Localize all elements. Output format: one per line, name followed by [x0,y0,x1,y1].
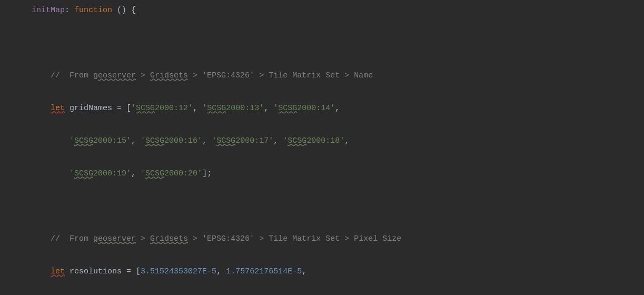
keyword-function: function [74,6,112,15]
code-editor[interactable]: initMap: function () { // From geoserver… [0,0,644,295]
code-line[interactable]: initMap: function () { [0,2,644,18]
comment: // From geoserver > Gridsets > 'EPSG:432… [51,234,401,243]
code-line[interactable] [0,198,644,214]
keyword-let: let [51,104,65,113]
identifier: gridNames [70,104,112,113]
keyword-let: let [51,267,65,276]
code-line[interactable]: let resolutions = [3.51524353027E-5, 1.7… [0,263,644,280]
code-line[interactable]: let gridNames = ['SCSG2000:12', 'SCSG200… [0,100,644,116]
identifier: resolutions [70,267,122,276]
method-name: initMap [32,6,65,15]
comment: // From geoserver > Gridsets > 'EPSG:432… [51,71,373,80]
code-line[interactable] [0,35,644,51]
code-line[interactable]: 'SCSG2000:19', 'SCSG2000:20']; [0,165,644,182]
code-line[interactable]: // From geoserver > Gridsets > 'EPSG:432… [0,231,644,247]
code-line[interactable]: 'SCSG2000:15', 'SCSG2000:16', 'SCSG2000:… [0,133,644,149]
code-line[interactable]: // From geoserver > Gridsets > 'EPSG:432… [0,67,644,84]
